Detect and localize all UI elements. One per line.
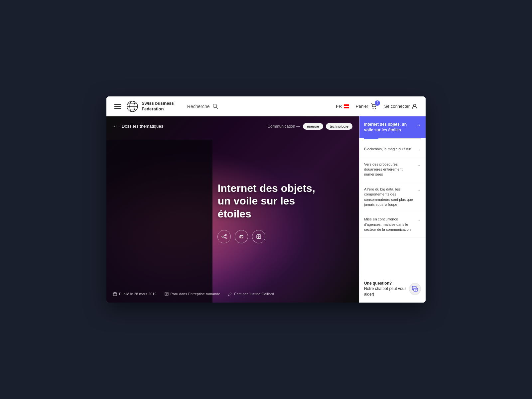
hero-title: Internet des objets, un voile sur les ét… xyxy=(217,182,324,220)
sidebar-active-item[interactable]: Internet des objets, un voile sur les ét… xyxy=(359,116,426,138)
header-left: Swiss business Federation xyxy=(114,100,174,112)
svg-point-10 xyxy=(225,234,226,236)
flag-icon xyxy=(344,104,349,108)
date-label: Publié le 28 mars 2019 xyxy=(119,292,157,296)
share-icon xyxy=(221,234,227,239)
search-button[interactable]: Recherche xyxy=(187,103,218,109)
cart-count: 2 xyxy=(375,100,380,106)
sidebar-item-text-3: A l'ere du big data, les comportements d… xyxy=(364,187,414,207)
print-button[interactable] xyxy=(235,230,248,243)
tag-category-label: Communication — xyxy=(267,124,300,129)
sidebar-item-3[interactable]: A l'ere du big data, les comportements d… xyxy=(359,182,426,212)
svg-line-6 xyxy=(216,107,218,109)
hero-footer: Publié le 28 mars 2019 Paru dans Entrepr… xyxy=(113,292,274,296)
chat-title: Une question? xyxy=(364,281,409,286)
svg-point-12 xyxy=(222,236,223,237)
author-label: Écrit par Justine Gaillard xyxy=(234,292,274,296)
sidebar-arrow-icon-1: → xyxy=(417,147,421,152)
sidebar-item-text-1: Blockchain, la magie du futur xyxy=(364,147,414,152)
download-button[interactable] xyxy=(252,230,265,243)
calendar-icon xyxy=(113,292,117,296)
svg-line-14 xyxy=(223,237,225,238)
sidebar-active-arrow-icon: → xyxy=(416,122,421,128)
sidebar-item-4[interactable]: Mise en concurrence d'agences: malaise d… xyxy=(359,212,426,237)
author: Écrit par Justine Gaillard xyxy=(228,292,274,296)
svg-point-11 xyxy=(225,238,226,239)
sidebar-arrow-icon-4: → xyxy=(417,217,421,222)
login-button[interactable]: Se connecter xyxy=(384,103,418,109)
lang-label: FR xyxy=(336,104,341,109)
download-icon xyxy=(256,234,261,239)
logo-icon xyxy=(126,100,138,112)
chat-subtitle: Notre chatbot peut vous aider! xyxy=(364,286,406,297)
sidebar: Internet des objets, un voile sur les ét… xyxy=(359,116,426,303)
tags-row: Communication — energie technologie xyxy=(267,123,352,130)
hero-section: ← Dossiers thématiques Communication — e… xyxy=(106,116,359,303)
svg-line-13 xyxy=(223,235,225,236)
cart-button[interactable]: Panier 2 xyxy=(356,103,378,110)
sidebar-active-text: Internet des objets, un voile sur les ét… xyxy=(364,122,414,133)
hero-content: Internet des objets, un voile sur les ét… xyxy=(217,182,324,243)
logo[interactable]: Swiss business Federation xyxy=(126,100,174,112)
chat-text: Une question? Notre chatbot peut vous ai… xyxy=(364,281,409,297)
chat-button[interactable] xyxy=(409,283,421,295)
dark-panel xyxy=(106,140,212,303)
sidebar-item-text-2: Vers des procedures douanières entièreme… xyxy=(364,162,414,177)
sidebar-arrow-icon-2: → xyxy=(417,163,421,168)
chat-icon xyxy=(412,286,418,292)
header: Swiss business Federation Recherche FR P… xyxy=(106,96,426,116)
sidebar-arrow-icon-3: → xyxy=(417,188,421,193)
logo-text: Swiss business Federation xyxy=(142,101,174,112)
hamburger-menu-button[interactable] xyxy=(114,104,121,109)
share-button[interactable] xyxy=(217,230,231,243)
sidebar-item-2[interactable]: Vers des procedures douanières entièreme… xyxy=(359,157,426,182)
search-icon xyxy=(212,103,218,109)
cart-label: Panier xyxy=(356,104,368,109)
connect-label: Se connecter xyxy=(384,104,410,109)
back-arrow-icon: ← xyxy=(113,123,118,129)
action-icons xyxy=(217,230,324,243)
header-right: FR Panier 2 Se connecter xyxy=(336,103,418,110)
tag-energie[interactable]: energie xyxy=(303,123,323,130)
main-content: ← Dossiers thématiques Communication — e… xyxy=(106,116,426,303)
svg-point-8 xyxy=(375,108,376,109)
browser-window: Swiss business Federation Recherche FR P… xyxy=(106,96,426,303)
publication: Paru dans Entreprise romande xyxy=(165,292,220,296)
cart-badge: 2 xyxy=(371,103,377,110)
back-navigation[interactable]: ← Dossiers thématiques xyxy=(113,123,163,129)
progress-fill xyxy=(364,138,378,139)
user-icon xyxy=(412,103,418,109)
search-label: Recherche xyxy=(187,104,210,109)
progress-bar xyxy=(364,138,421,139)
sidebar-item-1[interactable]: Blockchain, la magie du futur → xyxy=(359,142,426,157)
print-icon xyxy=(239,234,244,239)
svg-point-7 xyxy=(373,108,374,109)
tag-technologie[interactable]: technologie xyxy=(326,123,352,130)
svg-rect-16 xyxy=(240,237,242,238)
publication-label: Paru dans Entreprise romande xyxy=(171,292,220,296)
chat-section: Une question? Notre chatbot peut vous ai… xyxy=(359,275,426,303)
sidebar-item-text-4: Mise en concurrence d'agences: malaise d… xyxy=(364,217,414,232)
pen-icon xyxy=(228,292,232,296)
svg-rect-19 xyxy=(113,293,117,296)
language-switcher[interactable]: FR xyxy=(336,104,349,109)
newspaper-icon xyxy=(165,292,169,296)
back-label: Dossiers thématiques xyxy=(122,124,163,129)
publish-date: Publié le 28 mars 2019 xyxy=(113,292,157,296)
